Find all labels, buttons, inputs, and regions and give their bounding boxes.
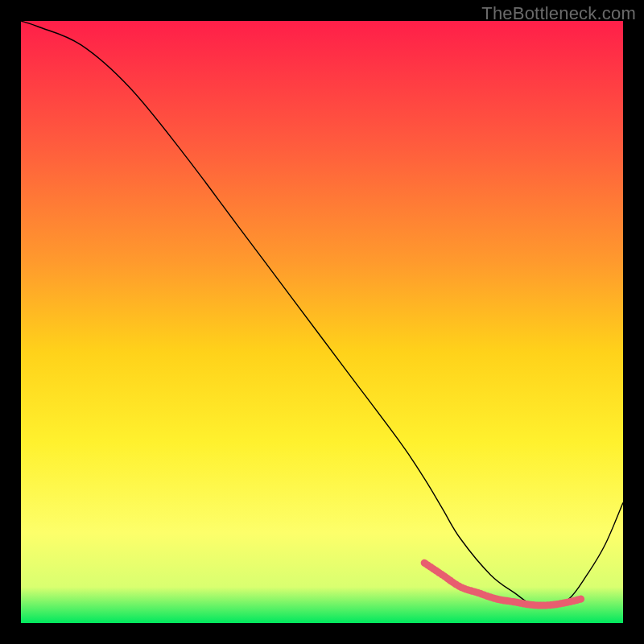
- chart-container: TheBottleneck.com: [0, 0, 644, 644]
- watermark-text: TheBottleneck.com: [481, 3, 636, 24]
- plot-frame: [21, 21, 623, 623]
- gradient-background: [21, 21, 623, 623]
- plot-svg: [21, 21, 623, 623]
